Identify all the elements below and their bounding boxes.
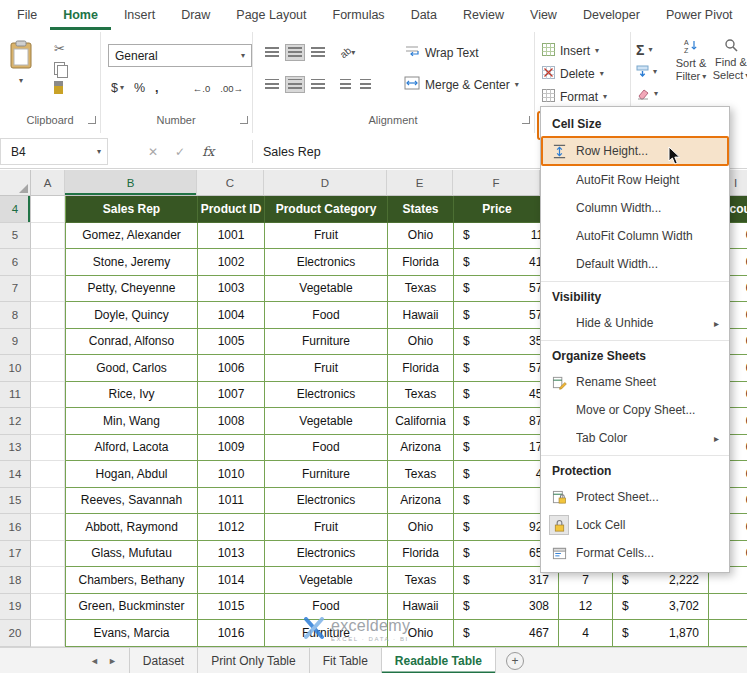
cell-C4[interactable]: Product ID xyxy=(198,196,265,223)
row-header-5[interactable]: 5 xyxy=(0,223,31,250)
cell-A14[interactable] xyxy=(31,461,65,488)
row-header-7[interactable]: 7 xyxy=(0,276,31,303)
cell-B8[interactable]: Doyle, Quincy xyxy=(65,302,198,329)
increase-indent-icon[interactable] xyxy=(357,76,374,93)
new-sheet-button[interactable]: + xyxy=(506,652,524,670)
cell-C10[interactable]: 1006 xyxy=(198,355,265,382)
cell-D12[interactable]: Vegetable xyxy=(265,408,388,435)
cell-F20[interactable]: $467 xyxy=(454,620,559,647)
clear-button[interactable]: ▾ xyxy=(636,84,658,103)
align-center-icon[interactable] xyxy=(285,76,305,93)
number-format-dropdown[interactable]: General ▾ xyxy=(108,44,252,67)
insert-button[interactable]: Insert ▾ xyxy=(542,40,607,61)
cell-E17[interactable]: Florida xyxy=(388,541,454,568)
align-top-icon[interactable] xyxy=(262,44,282,61)
delete-button[interactable]: Delete ▾ xyxy=(542,63,607,84)
cell-A5[interactable] xyxy=(31,223,65,250)
ribbon-tab-home[interactable]: Home xyxy=(50,0,111,30)
cell-F19[interactable]: $308 xyxy=(454,594,559,621)
cell-D16[interactable]: Fruit xyxy=(265,514,388,541)
cell-A12[interactable] xyxy=(31,408,65,435)
cell-C9[interactable]: 1005 xyxy=(198,329,265,356)
cell-A15[interactable] xyxy=(31,488,65,515)
cell-C11[interactable]: 1007 xyxy=(198,382,265,409)
cell-B7[interactable]: Petty, Cheyenne xyxy=(65,276,198,303)
cell-I19[interactable]: 0% xyxy=(709,594,747,621)
cell-D14[interactable]: Furniture xyxy=(265,461,388,488)
row-header-6[interactable]: 6 xyxy=(0,249,31,276)
find-select-button[interactable]: Find & Select▾ xyxy=(712,38,747,82)
menu-item-row-height[interactable]: Row Height... xyxy=(541,136,729,166)
cell-D17[interactable]: Electronics xyxy=(265,541,388,568)
cell-C8[interactable]: 1004 xyxy=(198,302,265,329)
ribbon-tab-power-pivot[interactable]: Power Pivot xyxy=(653,0,746,30)
ribbon-tab-draw[interactable]: Draw xyxy=(168,0,223,30)
clipboard-dialog-launcher-icon[interactable] xyxy=(88,116,96,124)
row-header-9[interactable]: 9 xyxy=(0,329,31,356)
cell-C14[interactable]: 1010 xyxy=(198,461,265,488)
sheet-nav-left-icon[interactable]: ◄ xyxy=(90,656,99,666)
row-header-8[interactable]: 8 xyxy=(0,302,31,329)
cell-E19[interactable]: Hawaii xyxy=(388,594,454,621)
cell-B19[interactable]: Green, Buckminster xyxy=(65,594,198,621)
cell-D7[interactable]: Vegetable xyxy=(265,276,388,303)
row-header-4[interactable]: 4 xyxy=(0,196,31,223)
autosum-button[interactable]: Σ▾ xyxy=(636,40,658,59)
cell-D19[interactable]: Food xyxy=(265,594,388,621)
menu-item-default-width[interactable]: Default Width... xyxy=(541,250,729,278)
column-header-A[interactable]: A xyxy=(31,170,65,196)
row-header-19[interactable]: 19 xyxy=(0,594,31,621)
cell-A4[interactable] xyxy=(31,196,65,223)
cell-B18[interactable]: Chambers, Bethany xyxy=(65,567,198,594)
cell-B5[interactable]: Gomez, Alexander xyxy=(65,223,198,250)
cell-D18[interactable]: Vegetable xyxy=(265,567,388,594)
fill-button[interactable]: ▾ xyxy=(636,62,658,81)
cell-A18[interactable] xyxy=(31,567,65,594)
row-header-12[interactable]: 12 xyxy=(0,408,31,435)
cell-E20[interactable]: Ohio xyxy=(388,620,454,647)
row-header-17[interactable]: 17 xyxy=(0,541,31,568)
cell-E15[interactable]: Arizona xyxy=(388,488,454,515)
cell-H19[interactable]: $3,702 xyxy=(613,594,709,621)
cut-icon[interactable]: ✂ xyxy=(54,42,65,56)
row-header-11[interactable]: 11 xyxy=(0,382,31,409)
cell-D5[interactable]: Fruit xyxy=(265,223,388,250)
row-header-13[interactable]: 13 xyxy=(0,435,31,462)
cell-D8[interactable]: Food xyxy=(265,302,388,329)
menu-item-tab-color[interactable]: Tab Color▸ xyxy=(541,424,729,452)
increase-decimal-button[interactable]: ←.0 xyxy=(190,81,213,96)
column-header-C[interactable]: C xyxy=(197,170,264,196)
cell-H20[interactable]: $1,870 xyxy=(613,620,709,647)
cell-E16[interactable]: Ohio xyxy=(388,514,454,541)
name-box[interactable]: B4 ▾ xyxy=(0,138,108,165)
column-header-D[interactable]: D xyxy=(264,170,387,196)
currency-format-button[interactable]: $▾ xyxy=(108,78,127,98)
cell-E14[interactable]: Texas xyxy=(388,461,454,488)
cell-D20[interactable]: Furniture xyxy=(265,620,388,647)
cell-B16[interactable]: Abbott, Raymond xyxy=(65,514,198,541)
ribbon-tab-file[interactable]: File xyxy=(4,0,50,30)
column-header-B[interactable]: B xyxy=(65,170,197,196)
menu-item-rename-sheet[interactable]: Rename Sheet xyxy=(541,368,729,396)
cell-E6[interactable]: Florida xyxy=(388,249,454,276)
cell-E9[interactable]: Ohio xyxy=(388,329,454,356)
align-middle-icon[interactable] xyxy=(285,44,305,61)
cell-E12[interactable]: California xyxy=(388,408,454,435)
ribbon-tab-review[interactable]: Review xyxy=(450,0,517,30)
cell-C17[interactable]: 1013 xyxy=(198,541,265,568)
row-header-15[interactable]: 15 xyxy=(0,488,31,515)
alignment-dialog-launcher-icon[interactable] xyxy=(522,116,530,124)
wrap-text-button[interactable]: Wrap Text xyxy=(404,44,479,61)
row-header-18[interactable]: 18 xyxy=(0,567,31,594)
row-header-10[interactable]: 10 xyxy=(0,355,31,382)
cell-D15[interactable]: Electronics xyxy=(265,488,388,515)
cell-C16[interactable]: 1012 xyxy=(198,514,265,541)
orientation-button[interactable]: ab▾ xyxy=(337,44,358,61)
cell-C15[interactable]: 1011 xyxy=(198,488,265,515)
cell-D9[interactable]: Furniture xyxy=(265,329,388,356)
align-bottom-icon[interactable] xyxy=(308,44,328,61)
ribbon-tab-data[interactable]: Data xyxy=(398,0,450,30)
cell-C18[interactable]: 1014 xyxy=(198,567,265,594)
cell-G20[interactable]: 4 xyxy=(559,620,613,647)
merge-center-button[interactable]: Merge & Center ▾ xyxy=(404,76,519,93)
